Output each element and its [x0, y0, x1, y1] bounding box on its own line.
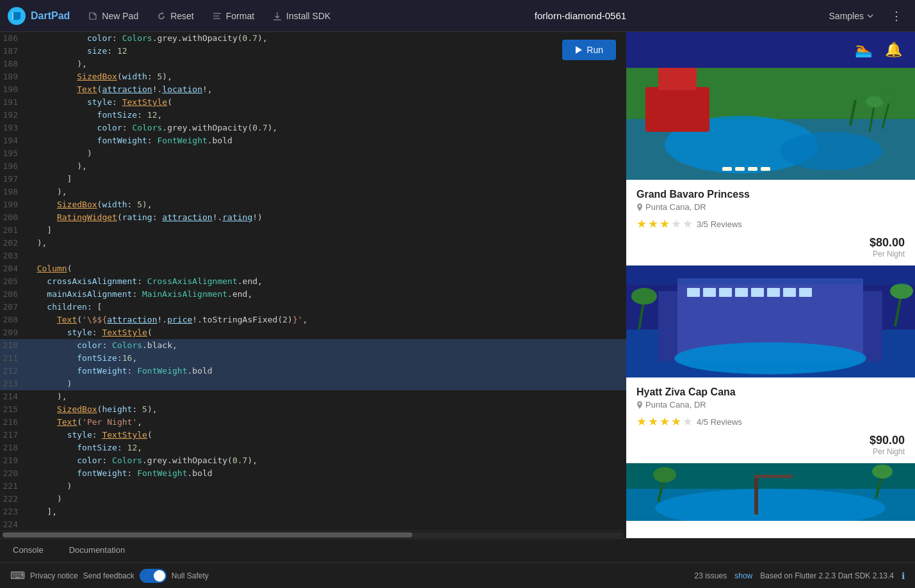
samples-button[interactable]: Samples — [823, 7, 880, 25]
svg-rect-45 — [754, 475, 793, 478]
swim-icon: 🏊 — [855, 42, 872, 58]
svg-rect-19 — [748, 167, 757, 171]
svg-rect-39 — [626, 266, 915, 285]
toggle-knob — [154, 570, 165, 582]
reset-label: Reset — [170, 11, 194, 21]
code-line: 203 — [0, 250, 626, 262]
reset-button[interactable]: Reset — [149, 7, 202, 25]
code-line: 195 ) — [0, 147, 626, 160]
hotel-image-svg-1 — [626, 68, 915, 180]
hotel-per-night-2: Per Night — [873, 447, 905, 456]
svg-rect-18 — [735, 167, 745, 171]
svg-point-8 — [780, 132, 882, 170]
code-horizontal-scrollbar[interactable] — [0, 530, 626, 538]
logo-text: DartPad — [31, 10, 70, 22]
status-bar: ⌨ Privacy notice Send feedback Null Safe… — [0, 562, 915, 588]
location-icon-1 — [636, 203, 643, 211]
new-pad-icon — [88, 11, 98, 21]
preview-panel: 🏊 🔔 — [626, 32, 915, 538]
code-line: 190 Text(attraction!.location!, — [0, 83, 626, 96]
code-scroll[interactable]: 186 color: Colors.grey.withOpacity(0.7),… — [0, 32, 626, 530]
svg-rect-10 — [658, 68, 697, 90]
scrollbar-thumb[interactable] — [3, 532, 412, 537]
hotel-info-1: Grand Bavaro Princess Punta Cana, DR ★ ★… — [626, 180, 915, 265]
console-tab-label: Console — [13, 545, 44, 555]
toolbar-right: Samples ⋮ — [823, 5, 907, 27]
code-line: 204 Column( — [0, 262, 626, 275]
status-right: 23 issues show Based on Flutter 2.2.3 Da… — [695, 571, 905, 581]
documentation-tab[interactable]: Documentation — [56, 539, 138, 562]
new-pad-button[interactable]: New Pad — [80, 7, 146, 25]
hotel-price-row-2: $90.00 Per Night — [636, 434, 905, 456]
hotel-price-1: $80.00 — [870, 236, 905, 250]
toolbar: DartPad New Pad Reset Format Install SDK… — [0, 0, 915, 32]
null-safety-switch[interactable] — [140, 569, 166, 583]
code-line: 202 ), — [0, 237, 626, 250]
hotel-image-svg-3 — [626, 463, 915, 521]
dartpad-logo-icon — [8, 7, 26, 25]
samples-label: Samples — [829, 11, 864, 21]
code-line: 194 fontWeight: FontWeight.bold — [0, 134, 626, 147]
hotel-name-1: Grand Bavaro Princess — [636, 189, 905, 200]
code-line: 193 color: Colors.grey.withOpacity(0.7), — [0, 122, 626, 134]
code-line: 198 ), — [0, 186, 626, 198]
issues-show-link[interactable]: show — [734, 571, 752, 580]
hotel-image-svg-2 — [626, 266, 915, 377]
hotel-per-night-1: Per Night — [873, 250, 905, 258]
code-line: 205 crossAxisAlignment: CrossAxisAlignme… — [0, 275, 626, 288]
hotel-rating-row-1: ★ ★ ★ ★ ★ 3/5 Reviews — [636, 217, 905, 231]
main-layout: Run 186 color: Colors.grey.withOpacity(0… — [0, 32, 915, 538]
code-line: 196 ), — [0, 160, 626, 173]
code-line: 197 ] — [0, 173, 626, 186]
svg-rect-9 — [645, 87, 709, 132]
install-sdk-label: Install SDK — [286, 11, 330, 21]
documentation-tab-label: Documentation — [69, 545, 125, 555]
code-line: 208 Text('\$${attraction!.price!.toStrin… — [0, 314, 626, 326]
format-button[interactable]: Format — [204, 7, 262, 25]
svg-point-21 — [639, 205, 641, 207]
svg-rect-37 — [783, 288, 796, 297]
install-sdk-button[interactable]: Install SDK — [264, 7, 338, 25]
scrollbar-track — [3, 532, 624, 537]
code-editor[interactable]: Run 186 color: Colors.grey.withOpacity(0… — [0, 32, 626, 538]
svg-rect-33 — [719, 288, 732, 297]
code-line: 199 SizedBox(width: 5), — [0, 198, 626, 211]
more-menu-button[interactable]: ⋮ — [886, 5, 907, 27]
info-icon[interactable]: ℹ — [902, 571, 905, 581]
hotel-reviews-2: 4/5 Reviews — [697, 417, 742, 427]
code-line: 188 ), — [0, 58, 626, 70]
code-line: 216 Text('Per Night', — [0, 416, 626, 429]
code-line: 206 mainAxisAlignment: MainAxisAlignment… — [0, 288, 626, 301]
svg-rect-36 — [767, 288, 780, 297]
issues-count: 23 issues — [695, 571, 727, 580]
svg-rect-38 — [799, 288, 812, 297]
code-line: 222 ) — [0, 493, 626, 505]
privacy-notice-link[interactable]: Privacy notice — [30, 571, 78, 580]
bottom-tabs: Console Documentation — [0, 538, 915, 562]
code-line: 219 color: Colors.grey.withOpacity(0.7), — [0, 454, 626, 467]
hotel-image-1 — [626, 68, 915, 180]
preview-header: 🏊 🔔 — [626, 32, 915, 68]
code-line: 191 style: TextStyle( — [0, 96, 626, 109]
send-feedback-link[interactable]: Send feedback — [83, 571, 134, 580]
hotel-card: Grand Bavaro Princess Punta Cana, DR ★ ★… — [626, 68, 915, 266]
install-sdk-icon — [272, 11, 282, 21]
code-line: 200 RatingWidget(rating: attraction!.rat… — [0, 211, 626, 224]
svg-rect-35 — [751, 288, 764, 297]
svg-point-49 — [872, 465, 893, 479]
svg-point-40 — [639, 402, 641, 404]
new-pad-label: New Pad — [102, 11, 138, 21]
null-safety-toggle: Null Safety — [140, 569, 209, 583]
console-tab[interactable]: Console — [0, 539, 56, 562]
svg-point-28 — [631, 288, 657, 305]
svg-rect-44 — [754, 476, 758, 514]
hotel-card-3 — [626, 463, 915, 521]
svg-point-12 — [845, 84, 868, 100]
code-line: 187 size: 12 — [0, 45, 626, 58]
code-line: 201 ] — [0, 224, 626, 237]
hotel-location-text-1: Punta Cana, DR — [645, 202, 706, 212]
code-content: 186 color: Colors.grey.withOpacity(0.7),… — [0, 32, 626, 530]
hotel-location-text-2: Punta Cana, DR — [645, 400, 706, 409]
location-icon-2 — [636, 401, 643, 409]
code-line: 192 fontSize: 12, — [0, 109, 626, 122]
